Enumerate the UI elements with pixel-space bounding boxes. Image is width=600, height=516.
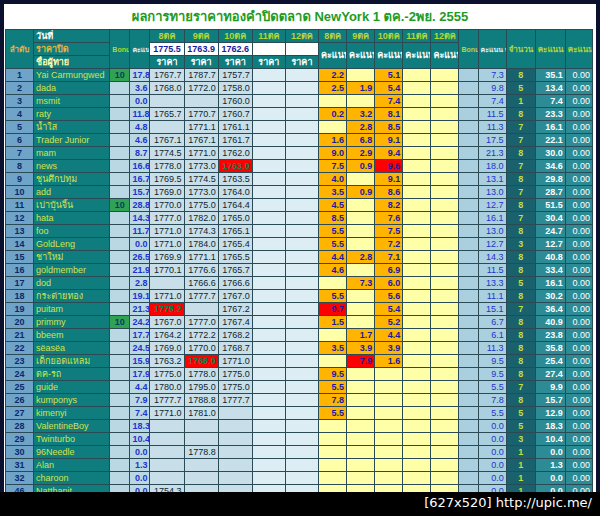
score-cell	[403, 147, 431, 160]
price-cell: 1777.0	[150, 212, 184, 225]
score-week2-cell: 13.3	[478, 277, 506, 290]
rank-cell: 6	[6, 134, 34, 147]
bonus-week2-cell	[459, 108, 478, 121]
bonus-week2-cell	[459, 134, 478, 147]
score-cell: 1.6	[375, 355, 403, 368]
score-week1-cell: 4.4	[130, 381, 150, 394]
bonus-week2-cell	[459, 329, 478, 342]
price-cell	[285, 407, 318, 420]
price-label: ราคา	[150, 56, 184, 69]
bonus-week1-cell: 10	[110, 316, 130, 329]
player-name: 96Needle	[34, 446, 110, 459]
count-cell: 7	[506, 121, 535, 134]
score-cell: 7.4	[375, 95, 403, 108]
price-cell	[252, 121, 285, 134]
player-name: กระต่ายทอง	[34, 290, 110, 303]
price-cell: 1767.0	[150, 316, 184, 329]
player-name: ชุนศึกปทุม	[34, 173, 110, 186]
price-cell: 1773.0	[184, 186, 218, 199]
price-cell	[150, 95, 184, 108]
table-row: 17dod2.81766.61766.67.36.013.3516.10.00	[6, 277, 593, 290]
price-cell	[252, 251, 285, 264]
score-cell	[403, 355, 431, 368]
player-name: dada	[34, 82, 110, 95]
score-week1-cell: 4.8	[130, 121, 150, 134]
price-cell	[285, 433, 318, 446]
table-row: 14GoldLeng0.01771.01784.01765.45.57.212.…	[6, 238, 593, 251]
total-cell: 35.1	[535, 69, 565, 82]
price-cell: 1772.2	[184, 329, 218, 342]
bonus-week2-cell	[459, 355, 478, 368]
score-week2-cell: 7.3	[478, 69, 506, 82]
score-week2-cell: 13.0	[478, 186, 506, 199]
player-name: sëasëa	[34, 342, 110, 355]
score-cell	[431, 303, 459, 316]
price-cell	[150, 277, 184, 290]
player-name: kumponys	[34, 394, 110, 407]
score-cell	[403, 212, 431, 225]
rank-cell: 5	[6, 121, 34, 134]
player-name: guide	[34, 381, 110, 394]
rank-cell: 15	[6, 251, 34, 264]
score-cell: 8.5	[319, 212, 347, 225]
price-cell	[285, 446, 318, 459]
score-cell	[431, 316, 459, 329]
price-cell: 1768.2	[218, 329, 252, 342]
average-cell: 0.00	[565, 368, 592, 381]
score-cell	[403, 82, 431, 95]
bonus-week1-cell	[110, 134, 130, 147]
price-cell	[218, 433, 252, 446]
price-cell	[252, 199, 285, 212]
price-cell	[285, 459, 318, 472]
score-cell: 5.5	[319, 407, 347, 420]
price-cell	[252, 238, 285, 251]
average-cell: 0.00	[565, 264, 592, 277]
rank-cell: 30	[6, 446, 34, 459]
score-cell	[431, 82, 459, 95]
score-cell: 5.5	[319, 290, 347, 303]
rank-cell: 16	[6, 264, 34, 277]
count-cell: 8	[506, 108, 535, 121]
rank-header: ลำดับ	[6, 30, 34, 69]
table-row: 18กระต่ายทอง19.11771.01777.71767.05.55.6…	[6, 290, 593, 303]
score-week2-cell: 11.3	[478, 342, 506, 355]
price-cell	[252, 368, 285, 381]
price-cell	[252, 277, 285, 290]
score-week1-cell: 11.8	[130, 108, 150, 121]
score-cell: 0.9	[347, 186, 375, 199]
rank-cell: 9	[6, 173, 34, 186]
price-cell: 1760.7	[218, 108, 252, 121]
count-cell: 5	[506, 82, 535, 95]
average-cell: 0.00	[565, 95, 592, 108]
bonus-week1-cell	[110, 173, 130, 186]
score-cell	[403, 407, 431, 420]
total-header: คะแนน สะสม	[535, 30, 565, 69]
score-week2-cell: 11.1	[478, 290, 506, 303]
score-cell: 4.5	[319, 199, 347, 212]
price-cell	[184, 472, 218, 485]
table-row: 19puitam21.31775.21767.29.75.415.1736.40…	[6, 303, 593, 316]
score-cell: 3.9	[347, 342, 375, 355]
rank-cell: 19	[6, 303, 34, 316]
score-cell	[319, 355, 347, 368]
score-cell	[431, 329, 459, 342]
price-cell: 1761.7	[218, 134, 252, 147]
total-cell: 40.8	[535, 251, 565, 264]
bonus-week2-cell	[459, 160, 478, 173]
score-cell	[375, 446, 403, 459]
price-cell: 1771.0	[184, 147, 218, 160]
score-cell: 9.0	[319, 147, 347, 160]
score-week1-cell: 0.0	[130, 446, 150, 459]
bonus-week1-cell	[110, 147, 130, 160]
score-week2-cell: 9.8	[478, 82, 506, 95]
bonus-week2-cell	[459, 82, 478, 95]
score-week2-cell: 14.3	[478, 251, 506, 264]
total-cell: 30.0	[535, 147, 565, 160]
price-cell: 1780.0	[150, 381, 184, 394]
close-price-value	[285, 43, 318, 56]
price-cell: 1764.4	[218, 199, 252, 212]
bonus-week1-cell	[110, 368, 130, 381]
rank-cell: 14	[6, 238, 34, 251]
rank-cell: 22	[6, 342, 34, 355]
price-label: ราคา	[285, 56, 318, 69]
